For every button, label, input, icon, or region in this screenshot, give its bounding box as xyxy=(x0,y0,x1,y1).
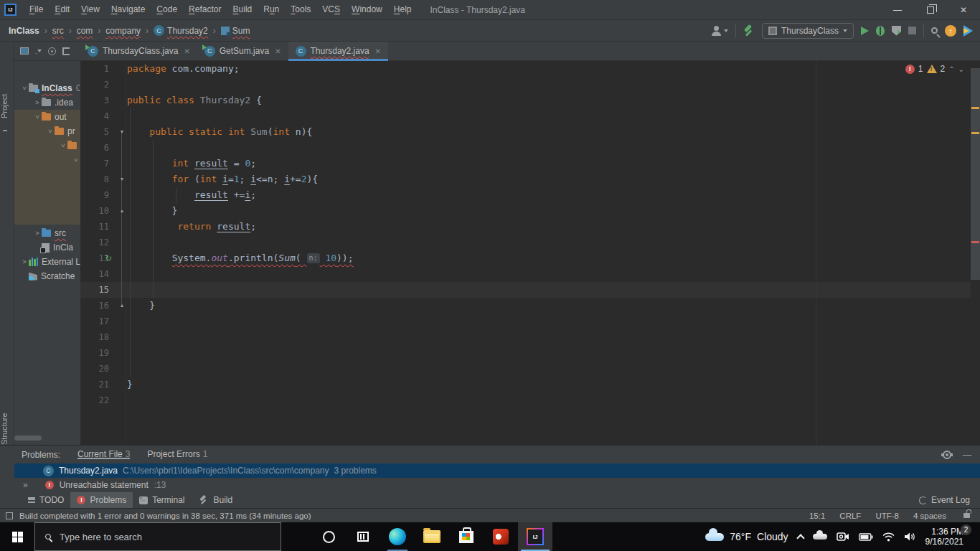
onedrive-icon[interactable] xyxy=(813,534,827,540)
caret-position[interactable]: 15:1 xyxy=(809,512,825,520)
menu-edit[interactable]: Edit xyxy=(49,0,75,19)
tree-item-nested[interactable]: > xyxy=(59,138,80,153)
fold-marker-icon[interactable]: ▾ xyxy=(118,124,126,140)
menu-vcs[interactable]: VCS xyxy=(316,0,346,19)
close-button[interactable]: ✕ xyxy=(947,0,980,19)
file-explorer-button[interactable] xyxy=(415,522,449,551)
tree-chevron-icon[interactable]: > xyxy=(60,141,67,150)
tree-chevron-icon[interactable]: > xyxy=(47,127,54,136)
restore-button[interactable] xyxy=(914,0,947,19)
tree-chevron-icon[interactable]: > xyxy=(33,99,42,106)
volume-icon[interactable] xyxy=(904,532,916,542)
toolwindow-terminal[interactable]: Terminal xyxy=(133,492,191,508)
prev-problem-icon[interactable]: ⌃ xyxy=(948,65,954,73)
breadcrumb-item-com[interactable]: com xyxy=(77,26,93,36)
close-tab-icon[interactable]: ✕ xyxy=(275,47,281,55)
edge-button[interactable] xyxy=(380,522,415,551)
tree-item-src[interactable]: >src xyxy=(33,226,66,240)
problems-error-row[interactable]: » ! Unreachable statement :13 xyxy=(0,478,980,492)
problems-tab-current-file[interactable]: Current File3 xyxy=(77,449,130,459)
tree-item-idea[interactable]: >.idea xyxy=(33,95,73,110)
horizontal-scrollbar[interactable] xyxy=(14,435,42,441)
taskbar-search-box[interactable]: Type here to search xyxy=(34,522,281,551)
menu-tools[interactable]: Tools xyxy=(285,0,316,19)
tree-chevron-icon[interactable]: > xyxy=(72,156,80,164)
weather-widget[interactable]: 76°F Cloudy xyxy=(705,531,788,542)
lock-icon[interactable] xyxy=(963,513,970,518)
user-menu[interactable] xyxy=(712,26,728,35)
problems-tab-project-errors[interactable]: Project Errors1 xyxy=(147,449,207,459)
toolwindow-problems[interactable]: !Problems xyxy=(70,492,133,508)
search-everywhere-icon[interactable] xyxy=(931,27,938,34)
office-button[interactable] xyxy=(484,522,518,551)
stop-button[interactable] xyxy=(908,27,916,34)
hide-panel-button[interactable]: — xyxy=(963,450,971,460)
tree-item-scratche[interactable]: Scratche xyxy=(20,269,75,283)
breadcrumb-item-thursday2[interactable]: CThursday2 xyxy=(154,25,208,36)
clock-widget[interactable]: 1:36 PM 9/16/2021 xyxy=(925,527,963,547)
indent-style[interactable]: 4 spaces xyxy=(913,512,946,520)
tab-getsum-java[interactable]: CGetSum.java✕ xyxy=(197,42,288,60)
editor-scrollbar[interactable] xyxy=(971,61,980,445)
toolwindow-todo[interactable]: TODO xyxy=(22,492,70,508)
event-log-button[interactable]: Event Log xyxy=(931,495,970,505)
ide-services-icon[interactable] xyxy=(963,25,973,37)
breadcrumb-item-company[interactable]: company xyxy=(105,26,141,36)
tray-expand-icon[interactable] xyxy=(796,534,804,542)
tree-chevron-icon[interactable]: > xyxy=(34,113,41,121)
error-stripe-mark[interactable] xyxy=(971,241,979,243)
menu-file[interactable]: File xyxy=(24,0,49,19)
store-button[interactable] xyxy=(449,522,484,551)
inspections-widget[interactable]: !1 2 ⌃ ⌄ xyxy=(905,64,964,74)
project-stripe-button[interactable]: Project xyxy=(0,85,14,128)
tree-chevron-icon[interactable]: > xyxy=(21,84,28,93)
line-separator[interactable]: CRLF xyxy=(839,512,861,520)
gear-icon[interactable] xyxy=(943,451,951,459)
menu-view[interactable]: View xyxy=(75,0,105,19)
menu-help[interactable]: Help xyxy=(388,0,418,19)
menu-run[interactable]: Run xyxy=(258,0,285,19)
menu-refactor[interactable]: Refactor xyxy=(183,0,227,19)
tree-item-nested[interactable]: > xyxy=(72,153,80,167)
tree-chevron-icon[interactable]: > xyxy=(20,258,29,265)
close-tab-icon[interactable]: ✕ xyxy=(375,47,381,55)
collapse-all-icon[interactable] xyxy=(62,47,70,55)
tree-chevron-icon[interactable]: > xyxy=(33,230,42,237)
minimize-button[interactable]: — xyxy=(881,0,914,19)
tree-item-out[interactable]: >out xyxy=(33,110,67,124)
expand-icon[interactable]: » xyxy=(23,480,27,490)
battery-icon[interactable] xyxy=(859,533,873,541)
code-editor[interactable]: 12345678910111213141516171819202122▾▾▴▴↻… xyxy=(80,61,980,445)
status-message[interactable]: Build completed with 1 error and 0 warni… xyxy=(19,512,311,520)
update-notification-icon[interactable]: ↑ xyxy=(945,25,956,37)
run-config-select[interactable]: ThursdayClass xyxy=(762,23,854,39)
scrollbar-thumb[interactable] xyxy=(971,68,980,280)
build-hammer-icon[interactable] xyxy=(743,25,755,37)
coverage-button[interactable] xyxy=(892,26,901,36)
intellij-taskbar-button[interactable]: IJ xyxy=(518,522,552,551)
breadcrumb-item-inclass[interactable]: InClass xyxy=(9,26,39,36)
start-button[interactable] xyxy=(0,522,34,551)
fold-marker-icon[interactable]: ▴ xyxy=(118,203,126,219)
task-view-button[interactable] xyxy=(346,522,380,551)
tree-item-externall[interactable]: >External L xyxy=(20,255,80,269)
tab-thursday2-java[interactable]: CThursday2.java✕ xyxy=(288,42,388,60)
toolwindow-build[interactable]: Build xyxy=(192,492,240,508)
meet-now-icon[interactable] xyxy=(837,532,849,542)
menu-build[interactable]: Build xyxy=(227,0,258,19)
menu-code[interactable]: Code xyxy=(151,0,183,19)
view-options-icon[interactable]: . xyxy=(35,47,42,55)
close-tab-icon[interactable]: ✕ xyxy=(184,47,189,55)
next-problem-icon[interactable]: ⌄ xyxy=(958,65,964,73)
error-stripe-mark[interactable] xyxy=(971,107,979,109)
tree-item-incla[interactable]: InCla xyxy=(33,240,73,255)
menu-window[interactable]: Window xyxy=(346,0,388,19)
breadcrumb-item-src[interactable]: src xyxy=(52,26,64,36)
error-stripe-mark[interactable] xyxy=(971,132,979,134)
tree-item-inclass[interactable]: >InClassC xyxy=(20,81,80,95)
debug-button[interactable] xyxy=(876,26,885,36)
wifi-icon[interactable] xyxy=(882,532,895,542)
menu-navigate[interactable]: Navigate xyxy=(105,0,151,19)
breadcrumb-item-sum[interactable]: Sum xyxy=(221,26,250,36)
project-view-icon[interactable] xyxy=(20,47,29,55)
